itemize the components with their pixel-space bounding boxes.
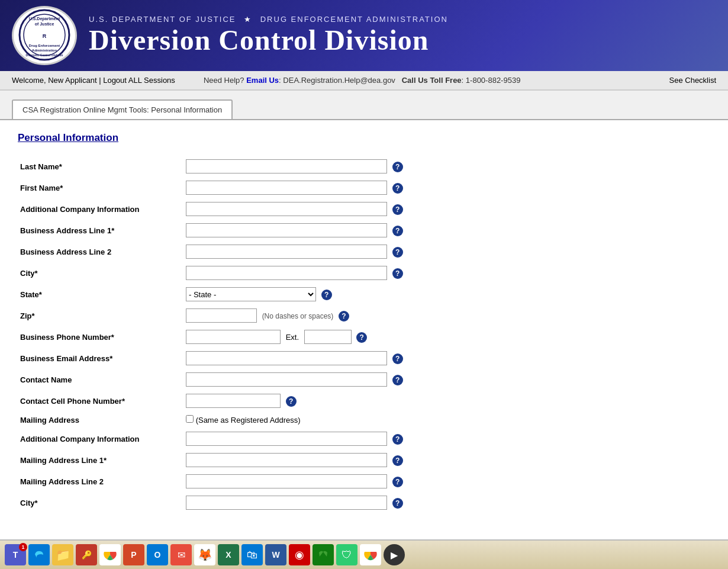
dea-logo: U.S.Department of Justice R Drug Enforce… — [12, 6, 77, 65]
welcome-text: Welcome, New Applicant | — [12, 76, 101, 85]
mailing-addr2-cell: ? — [183, 471, 710, 492]
last-name-label: Last Name* — [18, 156, 183, 177]
table-row: State* - State - AlabamaAlaskaArizona Ar… — [18, 284, 710, 305]
mailing-addr1-help-icon[interactable]: ? — [392, 455, 403, 466]
svg-text:R: R — [43, 33, 47, 39]
additional-company-label: Additional Company Information — [18, 198, 183, 220]
state-help-icon[interactable]: ? — [321, 290, 332, 300]
table-row: City* ? — [18, 262, 710, 284]
table-row: Contact Cell Phone Number* ? — [18, 390, 710, 412]
biz-addr1-help-icon[interactable]: ? — [392, 226, 403, 236]
table-row: Mailing Address (Same as Registered Addr… — [18, 412, 710, 428]
email-link[interactable]: Email Us — [246, 76, 279, 85]
city-label: City* — [18, 262, 183, 284]
state-cell: - State - AlabamaAlaskaArizona ArkansasC… — [183, 284, 710, 305]
last-name-input[interactable] — [186, 159, 387, 173]
additional-company-help-icon[interactable]: ? — [392, 204, 403, 215]
mailing-addr1-input[interactable] — [186, 453, 387, 467]
table-row: Mailing Address Line 1* ? — [18, 449, 710, 471]
ext-input[interactable] — [304, 330, 352, 344]
contact-name-help-icon[interactable]: ? — [392, 375, 403, 385]
contact-name-input[interactable] — [186, 372, 387, 387]
first-name-label: First Name* — [18, 177, 183, 198]
svg-text:Drug Enforcement: Drug Enforcement — [29, 44, 60, 47]
table-row: Additional Company Information ? — [18, 428, 710, 449]
same-as-registered-checkbox[interactable] — [186, 415, 194, 423]
mailing-addl-company-cell: ? — [183, 428, 710, 449]
mailing-city-help-icon[interactable]: ? — [392, 498, 403, 509]
personal-info-form: Last Name* ? First Name* ? Additional Co… — [18, 156, 710, 513]
mailing-addr2-input[interactable] — [186, 474, 387, 488]
zip-label: Zip* — [18, 305, 183, 326]
state-label: State* — [18, 284, 183, 305]
table-row: Additional Company Information ? — [18, 198, 710, 220]
tollfree-label: Call Us Toll Free — [402, 76, 462, 85]
biz-addr2-input[interactable] — [186, 245, 387, 259]
cell-phone-help-icon[interactable]: ? — [286, 396, 297, 407]
city-cell: ? — [183, 262, 710, 284]
zip-cell: (No dashes or spaces) ? — [183, 305, 710, 326]
mailing-label: Mailing Address — [18, 412, 183, 428]
table-row: Zip* (No dashes or spaces) ? — [18, 305, 710, 326]
city-help-icon[interactable]: ? — [392, 268, 403, 279]
first-name-input[interactable] — [186, 181, 387, 195]
table-row: Contact Name ? — [18, 369, 710, 390]
logo-text: U.S.Department of Justice R Drug Enforce… — [15, 6, 73, 65]
mailing-addl-company-help-icon[interactable]: ? — [392, 434, 403, 445]
zip-hint: (No dashes or spaces) — [262, 312, 334, 320]
mailing-addr2-label: Mailing Address Line 2 — [18, 471, 183, 492]
cell-phone-label: Contact Cell Phone Number* — [18, 390, 183, 412]
mailing-addr1-label: Mailing Address Line 1* — [18, 449, 183, 471]
additional-company-input[interactable] — [186, 202, 387, 216]
email-label: Business Email Address* — [18, 348, 183, 369]
table-row: Mailing Address Line 2 ? — [18, 471, 710, 492]
phone-cell: Ext. ? — [183, 326, 710, 348]
email-address: DEA.Registration.Help@dea.gov — [283, 76, 395, 85]
state-select[interactable]: - State - AlabamaAlaskaArizona ArkansasC… — [186, 287, 316, 301]
biz-addr1-input[interactable] — [186, 223, 387, 237]
navbar: Welcome, New Applicant | Logout ALL Sess… — [0, 71, 728, 91]
header-title: Diversion Control Division — [89, 25, 716, 56]
navbar-left: Welcome, New Applicant | Logout ALL Sess… — [12, 76, 520, 85]
first-name-help-icon[interactable]: ? — [392, 183, 403, 194]
header-text-block: U.S. Department of Justice ★ Drug Enforc… — [89, 15, 716, 56]
ext-label: Ext. — [286, 333, 299, 342]
city-input[interactable] — [186, 266, 387, 280]
mailing-addr2-help-icon[interactable]: ? — [392, 477, 403, 487]
phone-label: Business Phone Number* — [18, 326, 183, 348]
cell-phone-cell: ? — [183, 390, 710, 412]
zip-help-icon[interactable]: ? — [339, 311, 349, 322]
svg-text:Administration: Administration — [32, 49, 57, 52]
mailing-city-cell: ? — [183, 492, 710, 513]
logout-link[interactable]: Logout ALL Sessions — [103, 76, 175, 85]
biz-addr2-help-icon[interactable]: ? — [392, 247, 403, 258]
table-row: Last Name* ? — [18, 156, 710, 177]
contact-name-label: Contact Name — [18, 369, 183, 390]
email-input[interactable] — [186, 351, 387, 365]
table-row: Business Phone Number* Ext. ? — [18, 326, 710, 348]
biz-addr1-cell: ? — [183, 220, 710, 241]
phone-input[interactable] — [186, 330, 281, 344]
additional-company-cell: ? — [183, 198, 710, 220]
mailing-city-input[interactable] — [186, 496, 387, 510]
mailing-addl-company-input[interactable] — [186, 432, 387, 446]
navbar-right: See Checklist — [669, 76, 716, 85]
last-name-help-icon[interactable]: ? — [392, 162, 403, 172]
svg-text:U.S.Department: U.S.Department — [29, 17, 60, 21]
mailing-addr1-cell: ? — [183, 449, 710, 471]
mailing-addl-company-label: Additional Company Information — [18, 428, 183, 449]
email-help-icon[interactable]: ? — [392, 353, 403, 364]
first-name-cell: ? — [183, 177, 710, 198]
star-icon: ★ — [244, 15, 252, 24]
table-row: First Name* ? — [18, 177, 710, 198]
svg-text:of Justice: of Justice — [35, 22, 54, 26]
table-row: Business Address Line 2 ? — [18, 241, 710, 262]
header-subtitle: U.S. Department of Justice ★ Drug Enforc… — [89, 15, 716, 24]
table-row: Business Email Address* ? — [18, 348, 710, 369]
tab-personal-info[interactable]: CSA Registration Online Mgmt Tools: Pers… — [12, 99, 233, 119]
checklist-link[interactable]: See Checklist — [669, 76, 716, 85]
phone-help-icon[interactable]: ? — [356, 332, 367, 343]
email-cell: ? — [183, 348, 710, 369]
zip-input[interactable] — [186, 308, 257, 323]
cell-phone-input[interactable] — [186, 394, 281, 408]
